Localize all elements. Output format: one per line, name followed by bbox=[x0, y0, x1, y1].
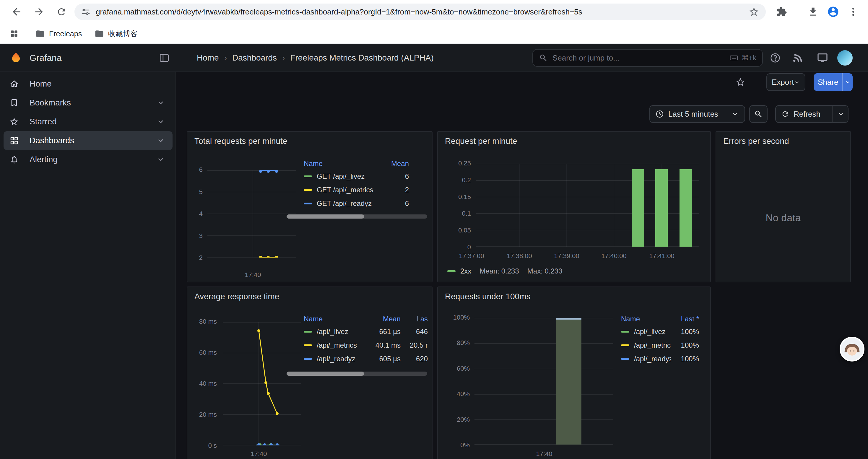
chevron-down-icon[interactable] bbox=[156, 98, 165, 107]
panel-title[interactable]: Errors per second bbox=[723, 136, 789, 146]
browser-menu-button[interactable] bbox=[846, 5, 860, 19]
reload-icon bbox=[56, 6, 67, 17]
monitor-icon[interactable] bbox=[816, 52, 829, 64]
time-range-picker[interactable]: Last 5 minutes bbox=[649, 105, 745, 123]
legend-row[interactable]: /api/_livez 661 µs 646 bbox=[304, 325, 428, 338]
search-box[interactable]: ⌘+k bbox=[532, 49, 763, 67]
x-axis-label: 17:41:00 bbox=[649, 252, 675, 260]
collapse-sidebar-icon[interactable] bbox=[158, 52, 170, 64]
zoom-out-button[interactable] bbox=[749, 105, 768, 123]
sidebar-item-label: Alerting bbox=[30, 155, 58, 164]
legend-row[interactable]: /api/_metrics 100% bbox=[621, 338, 699, 352]
x-axis-label: 17:39:00 bbox=[554, 252, 579, 260]
legend-scrollbar[interactable] bbox=[286, 215, 427, 219]
profile-icon bbox=[827, 6, 839, 18]
help-icon[interactable] bbox=[769, 52, 781, 64]
breadcrumb-dashboards[interactable]: Dashboards bbox=[232, 53, 277, 63]
refresh-interval-chevron-icon[interactable] bbox=[837, 110, 845, 118]
legend-header-last[interactable]: Las bbox=[401, 315, 428, 323]
bar-chart bbox=[474, 318, 613, 445]
legend-row[interactable]: GET /api/_livez 6 bbox=[304, 169, 409, 183]
user-avatar[interactable] bbox=[837, 50, 852, 66]
line-chart bbox=[208, 170, 296, 258]
series-last: 620 bbox=[401, 355, 428, 363]
address-bar[interactable] bbox=[74, 4, 766, 20]
bookmark-folder-freeleaps[interactable]: Freeleaps bbox=[32, 24, 85, 44]
legend-row[interactable]: GET /api/_readyz 6 bbox=[304, 197, 409, 210]
series-name: GET /api/_metrics bbox=[317, 186, 373, 194]
y-axis-labels: 80 ms 60 ms 40 ms 20 ms 0 s bbox=[187, 318, 217, 450]
legend-row[interactable]: /api/_readyz 605 µs 620 bbox=[304, 352, 428, 366]
series-name: GET /api/_livez bbox=[317, 172, 365, 181]
site-info-icon[interactable] bbox=[81, 7, 90, 17]
share-dropdown-chevron-icon[interactable] bbox=[845, 78, 851, 86]
bookmark-folder-blogs[interactable]: 收藏博客 bbox=[91, 24, 141, 44]
panel-title[interactable]: Average response time bbox=[194, 292, 279, 301]
export-button[interactable]: Export bbox=[766, 73, 805, 91]
panel-title[interactable]: Requests under 100ms bbox=[445, 292, 531, 301]
series-max: Max: 0.233 bbox=[527, 267, 562, 275]
refresh-button[interactable]: Refresh bbox=[775, 105, 848, 123]
y-axis-labels: 6 5 4 3 2 bbox=[187, 166, 203, 262]
legend-row[interactable]: /api/_metrics 40.1 ms 20.5 r bbox=[304, 338, 428, 352]
series-name: /api/_metrics bbox=[317, 341, 357, 350]
series-color-dash bbox=[304, 358, 312, 360]
sidebar-item-alerting[interactable]: Alerting bbox=[4, 150, 173, 169]
star-icon bbox=[9, 117, 19, 126]
clock-icon bbox=[655, 109, 664, 119]
scrollbar-thumb[interactable] bbox=[286, 215, 364, 219]
sidebar-item-bookmarks[interactable]: Bookmarks bbox=[4, 93, 173, 112]
share-button[interactable]: Share bbox=[814, 73, 852, 91]
extensions-button[interactable] bbox=[775, 5, 789, 19]
favorite-star-icon[interactable] bbox=[735, 77, 746, 88]
url-input[interactable] bbox=[96, 4, 740, 20]
download-icon bbox=[807, 6, 819, 18]
legend-row[interactable]: 2xx Mean: 0.233 Max: 0.233 bbox=[447, 267, 562, 275]
bookmark-star-icon[interactable] bbox=[749, 6, 759, 17]
news-feed-icon[interactable] bbox=[793, 52, 804, 64]
no-data-message: No data bbox=[716, 212, 850, 224]
scrollbar-thumb[interactable] bbox=[286, 371, 364, 376]
series-mean: Mean: 0.233 bbox=[479, 267, 519, 275]
profile-button[interactable] bbox=[826, 5, 840, 19]
apps-button[interactable] bbox=[7, 27, 21, 41]
forward-button[interactable] bbox=[32, 5, 46, 19]
series-name: 2xx bbox=[460, 267, 471, 275]
x-axis-label: 17:40 bbox=[251, 450, 267, 458]
panel-title[interactable]: Request per minute bbox=[445, 136, 517, 146]
sidebar-nav: Home Bookmarks Starred Dashboards Alerti… bbox=[0, 72, 176, 459]
reload-button[interactable] bbox=[54, 5, 68, 19]
zoom-out-icon bbox=[754, 109, 763, 119]
legend-header-name[interactable]: Name bbox=[621, 315, 671, 323]
sidebar-item-starred[interactable]: Starred bbox=[4, 112, 173, 131]
legend-header-mean[interactable]: Mean bbox=[364, 315, 401, 323]
chevron-down-icon[interactable] bbox=[156, 117, 165, 126]
legend-row[interactable]: /api/_livez 100% bbox=[621, 325, 699, 338]
search-input[interactable] bbox=[553, 54, 729, 63]
legend-header-name[interactable]: Name bbox=[304, 160, 384, 168]
panel-title[interactable]: Total requests per minute bbox=[194, 136, 287, 146]
legend-header-mean[interactable]: Mean bbox=[384, 160, 409, 168]
assistant-avatar[interactable] bbox=[840, 337, 864, 362]
legend-scrollbar[interactable] bbox=[286, 371, 427, 376]
downloads-button[interactable] bbox=[806, 5, 820, 19]
legend-header-name[interactable]: Name bbox=[304, 315, 364, 323]
back-button[interactable] bbox=[9, 5, 24, 19]
panel-avg-response-time: Average response time 80 ms 60 ms 40 ms … bbox=[187, 287, 433, 459]
sidebar-item-home[interactable]: Home bbox=[4, 74, 173, 93]
refresh-icon bbox=[781, 110, 789, 118]
chevron-down-icon[interactable] bbox=[156, 136, 165, 145]
forward-icon bbox=[33, 6, 44, 18]
grafana-logo[interactable] bbox=[8, 50, 24, 66]
breadcrumb-home[interactable]: Home bbox=[197, 53, 219, 63]
series-color-dash bbox=[304, 175, 312, 177]
sidebar-item-dashboards[interactable]: Dashboards bbox=[4, 131, 173, 150]
legend-row[interactable]: /api/_readyz 100% bbox=[621, 352, 699, 366]
apps-grid-icon bbox=[9, 29, 19, 38]
legend-row[interactable]: GET /api/_metrics 2 bbox=[304, 183, 409, 197]
folder-icon bbox=[95, 29, 104, 38]
sidebar-item-label: Bookmarks bbox=[30, 98, 71, 107]
chevron-down-icon[interactable] bbox=[156, 155, 165, 164]
legend-header-last[interactable]: Last * bbox=[671, 315, 699, 323]
sidebar-item-label: Starred bbox=[30, 117, 57, 126]
